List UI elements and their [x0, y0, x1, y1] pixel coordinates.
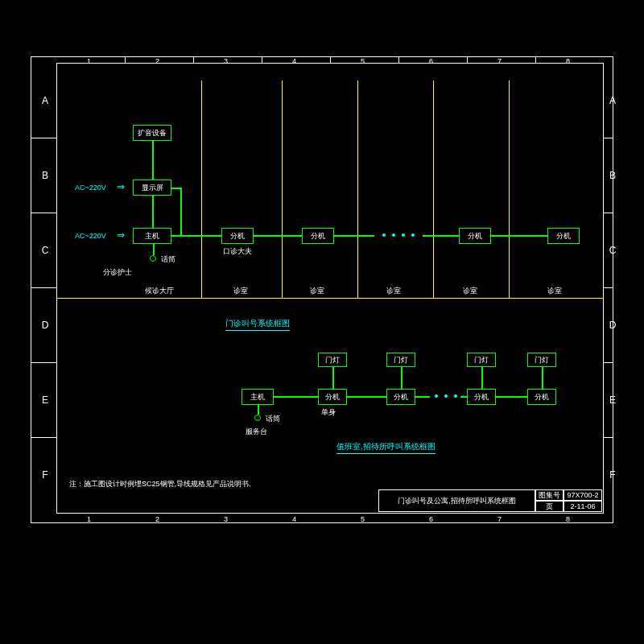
col-num-top: 4: [292, 57, 296, 65]
arrow-icon: ⇒: [117, 182, 125, 192]
wire: [171, 188, 182, 189]
mic-label: 话筒: [266, 414, 280, 424]
row-letter-left: D: [37, 320, 53, 331]
wire: [332, 367, 334, 389]
diagram-title: 门诊叫号系统框图: [225, 318, 290, 331]
light-block: 门灯: [386, 353, 415, 367]
wire: [347, 396, 386, 398]
col-num-top: 6: [429, 57, 433, 65]
zone-divider: [433, 80, 434, 298]
col-num-bot: 4: [292, 515, 296, 523]
single-label: 单身: [321, 407, 336, 418]
row-letter-right: C: [605, 245, 621, 256]
light-block: 门灯: [467, 353, 496, 367]
col-num-bot: 7: [497, 515, 502, 523]
microphone-icon: [150, 255, 156, 262]
row-letter-right: A: [605, 95, 621, 106]
col-num-bot: 3: [224, 515, 228, 523]
zone-label: 诊室: [463, 286, 477, 296]
doctor-label: 口诊大夫: [223, 246, 252, 257]
wire: [496, 396, 527, 398]
grid-tick: [604, 362, 613, 363]
wire: [254, 235, 302, 237]
wire: [274, 396, 318, 398]
row-letter-right: E: [605, 394, 621, 406]
grid-tick: [31, 213, 56, 213]
zone-label: 候诊大厅: [145, 286, 174, 296]
grid-tick: [535, 56, 536, 63]
arrow-icon: ⇒: [117, 230, 125, 240]
row-letter-left: C: [37, 245, 53, 256]
branch-block: 分机: [386, 389, 415, 405]
zone-label: 诊室: [386, 286, 401, 296]
diagram-title: 值班室,招待所呼叫系统框图: [336, 441, 436, 454]
power-label: AC~220V: [75, 232, 106, 240]
wire: [152, 196, 154, 228]
row-letter-right: D: [605, 320, 621, 331]
grid-tick: [193, 56, 194, 63]
titleblock-pagelbl: 页: [535, 501, 564, 512]
col-num-bot: 1: [87, 515, 91, 523]
wire: [491, 235, 547, 237]
grid-tick: [604, 287, 613, 288]
grid-tick: [604, 437, 613, 438]
grid-tick: [604, 213, 613, 213]
wire: [334, 235, 374, 237]
grid-tick: [31, 138, 56, 138]
row-letter-left: B: [37, 170, 53, 181]
zone-label: 诊室: [547, 286, 562, 296]
col-num-top: 3: [224, 57, 228, 65]
grid-tick: [467, 56, 468, 63]
wire: [423, 235, 459, 237]
col-num-top: 7: [497, 57, 502, 65]
branch-block: 分机: [302, 228, 334, 244]
desk-label: 服务台: [246, 427, 267, 437]
zone-label: 诊室: [233, 286, 248, 296]
col-num-top: 2: [155, 57, 159, 65]
row-letter-left: A: [37, 95, 53, 106]
amp-block: 扩音设备: [133, 125, 171, 141]
drawing-canvas: 1 2 3 4 5 6 7 8 1 2 3 4 5 6 7 8 A B C D …: [0, 0, 644, 644]
note-text: 注：施工图设计时例埋SC25钢管,导线规格见产品说明书.: [69, 479, 251, 489]
display-block: 显示屏: [133, 180, 171, 196]
grid-tick: [125, 56, 126, 63]
row-letter-left: E: [37, 394, 53, 406]
branch-block: 分机: [527, 389, 556, 405]
wire: [152, 141, 154, 180]
titleblock-page: 2-11-06: [564, 501, 602, 512]
light-block: 门灯: [527, 353, 556, 367]
col-num-bot: 8: [566, 515, 570, 523]
ellipsis-icon: [435, 394, 457, 398]
host-block: 主机: [242, 389, 274, 405]
col-num-bot: 5: [361, 515, 365, 523]
grid-tick: [262, 56, 262, 63]
row-letter-right: F: [605, 469, 621, 481]
ellipsis-icon: [382, 233, 415, 237]
wire: [481, 367, 483, 389]
col-num-top: 1: [87, 57, 91, 65]
branch-block: 分机: [318, 389, 347, 405]
col-num-bot: 6: [429, 515, 433, 523]
wire: [171, 235, 221, 237]
branch-block: 分机: [221, 228, 254, 244]
zone-divider: [509, 80, 510, 298]
host-block: 主机: [133, 228, 171, 244]
wire: [258, 405, 259, 415]
col-num-top: 8: [566, 57, 570, 65]
wire: [460, 396, 467, 398]
titleblock-main: 门诊叫号及公寓,招待所呼叫系统框图: [378, 489, 535, 512]
wire: [401, 367, 402, 389]
zone-divider: [201, 80, 202, 298]
zone-label: 诊室: [310, 286, 324, 296]
wire: [153, 244, 155, 255]
zone-baseline: [56, 298, 604, 299]
grid-tick: [604, 138, 613, 138]
grid-tick: [31, 437, 56, 438]
titleblock-setlbl: 图集号: [535, 489, 564, 501]
wire: [180, 188, 182, 236]
grid-tick: [31, 362, 56, 363]
grid-tick: [398, 56, 399, 63]
branch-block: 分机: [547, 228, 580, 244]
microphone-icon: [254, 415, 261, 421]
grid-tick: [31, 287, 56, 288]
